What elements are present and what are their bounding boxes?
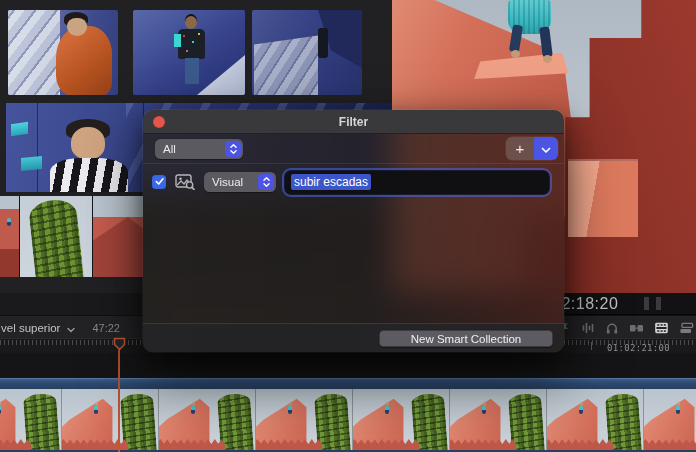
clip-thumbnail-floral-person[interactable] [133,10,245,95]
filter-rule-row: Visual subir escadas [152,169,549,195]
clip-frame[interactable] [450,389,547,450]
ruler-timecode: 01:02:21:00 [607,343,670,353]
ruler-divider [591,342,592,350]
chevron-down-icon [67,319,75,337]
audio-meters-icon[interactable] [581,321,595,335]
breadcrumb-label: vel superior [1,322,60,334]
person-sleeve-graphic [174,34,181,47]
stairs-graphic [8,10,60,95]
timecode-bar-graphic [656,297,661,310]
striped-shirt-graphic [50,158,128,192]
wall-graphic [197,55,245,95]
add-rule-menu-button[interactable] [534,137,558,160]
coral-block-graphic [568,161,638,237]
project-duration: 47:22 [92,322,120,334]
cactus-graphic [28,198,85,277]
chevron-up-down-icon [258,174,274,190]
visual-search-icon [175,174,195,190]
clip-top-edge [0,378,696,389]
screen-graphic [21,156,42,171]
filter-window-body [143,134,564,352]
clip-frame[interactable] [353,389,450,450]
visual-search-input[interactable]: subir escadas [285,171,549,194]
add-rule-button[interactable]: + [506,137,534,160]
person-teal-graphic [504,0,556,62]
rules-divider [143,163,564,164]
clip-frame[interactable] [644,389,696,450]
red-stairs-frame [93,196,143,277]
chevron-down-icon [541,140,551,158]
person-head-graphic [67,18,87,36]
person-jeans-graphic [185,58,199,84]
clip-frame[interactable] [159,389,256,450]
stairs-graphic [254,35,318,95]
headphones-icon[interactable] [605,321,619,335]
clip-thumbnail-blue-stairs[interactable] [252,10,362,95]
clip-thumbnail-orange-person[interactable] [8,10,118,95]
filter-window: Filter All + [143,110,564,352]
new-smart-collection-button[interactable]: New Smart Collection [379,330,553,347]
timecode-bar-graphic [644,297,649,310]
rule-type-popup[interactable]: Visual [204,172,276,192]
rule-enabled-checkbox[interactable] [152,175,166,189]
playhead-line[interactable] [118,350,120,452]
clip-frame[interactable] [62,389,159,450]
stacked-clips-icon[interactable] [679,321,694,335]
person-shirt-graphic [178,29,205,59]
timeline-track-area [0,353,696,452]
clip-frames [0,389,696,450]
clip-frame[interactable] [0,389,62,450]
frame-divider [37,103,38,192]
person-head-graphic [185,16,197,29]
filter-window-titlebar: Filter [143,110,564,134]
screen-graphic [11,122,28,136]
person-face-graphic [71,127,105,159]
match-popup[interactable]: All [155,139,243,159]
person-graphic [318,28,328,58]
clip-frame[interactable] [256,389,353,450]
clip-frame[interactable] [547,389,644,450]
filmstrip-icon[interactable] [654,321,669,335]
checkmark-icon [154,173,165,191]
selected-search-text: subir escadas [291,174,371,190]
close-icon[interactable] [153,116,165,128]
final-cut-pro-window: 02:18:20 vel superior 47:22 [0,0,696,452]
timeline-clip[interactable] [0,378,696,452]
person-graphic [56,26,112,95]
window-title: Filter [339,115,368,129]
red-stairs-frame [0,196,19,277]
add-rule-control: + [506,137,558,160]
cactus-frame [20,196,92,277]
filter-window-footer: New Smart Collection [143,323,564,352]
clip-trim-icon[interactable] [629,321,644,335]
chevron-up-down-icon [225,141,241,157]
timeline-breadcrumb[interactable]: vel superior 47:22 [1,316,120,339]
